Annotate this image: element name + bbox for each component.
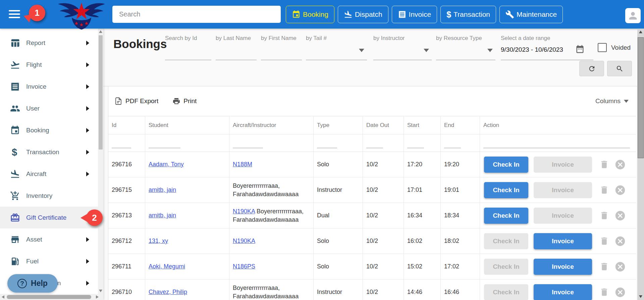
delete-icon[interactable] [599, 236, 609, 246]
column-header-student[interactable]: Student [145, 116, 229, 134]
sidebar-horizontal-scrollbar[interactable] [0, 294, 103, 300]
sidebar-item-report[interactable]: Report [0, 32, 98, 54]
search-button[interactable] [607, 61, 632, 76]
scroll-right-icon[interactable] [96, 295, 99, 299]
voided-checkbox[interactable] [598, 43, 607, 52]
column-filter-cell[interactable] [108, 134, 145, 152]
sidebar-item-user[interactable]: User [0, 97, 98, 119]
dropdown-caret-icon[interactable] [359, 49, 364, 52]
column-header-id[interactable]: Id [108, 116, 145, 134]
aircraft-link[interactable]: N190KA [233, 208, 255, 215]
invoice-button[interactable]: Invoice [534, 233, 592, 249]
nav-maintenance-button[interactable]: Maintenance [499, 6, 563, 23]
filter-input[interactable] [165, 49, 211, 59]
delete-icon[interactable] [599, 160, 609, 169]
cancel-icon[interactable] [614, 184, 626, 196]
student-link[interactable]: amitb, jain [149, 211, 176, 220]
column-header-aircraft-instructor[interactable]: Aircraft/Instructor [229, 116, 314, 134]
page-scrollbar-thumb[interactable] [638, 37, 644, 158]
scroll-down-icon[interactable] [639, 295, 642, 298]
filter-by-instructor[interactable]: by Instructor [373, 35, 432, 60]
column-header-end[interactable]: End [441, 116, 480, 134]
column-filter-cell[interactable] [480, 134, 636, 152]
student-link[interactable]: Aadam, Tony [149, 160, 184, 169]
aircraft-link[interactable]: N188M [233, 161, 252, 168]
nav-dispatch-button[interactable]: Dispatch [338, 6, 388, 23]
sidebar-vertical-scrollbar[interactable] [98, 29, 103, 294]
sidebar-item-aircraft[interactable]: Aircraft [0, 163, 98, 185]
columns-dropdown[interactable]: Columns [595, 97, 629, 105]
sidebar-item-transaction[interactable]: $Transaction [0, 141, 98, 163]
invoice-button[interactable]: Invoice [534, 157, 592, 173]
filter-by-last-name[interactable]: by Last Name [216, 35, 257, 60]
invoice-button[interactable]: Invoice [534, 259, 592, 275]
cancel-icon[interactable] [614, 159, 626, 170]
dropdown-caret-icon[interactable] [487, 49, 493, 52]
filter-by-resource-type[interactable]: by Resource Type [436, 35, 495, 60]
cancel-icon[interactable] [614, 287, 626, 298]
scroll-left-icon[interactable] [2, 295, 4, 299]
check-in-button[interactable]: Check In [484, 182, 528, 198]
filter-input[interactable] [216, 49, 257, 59]
filter-by-first-name[interactable]: by First Name [261, 35, 302, 60]
invoice-button[interactable]: Invoice [534, 182, 592, 198]
student-link[interactable]: Aoki, Megumi [149, 262, 185, 271]
column-filter-cell[interactable] [145, 134, 229, 152]
column-filter-cell[interactable] [404, 134, 441, 152]
student-link[interactable]: amitb, jain [149, 186, 176, 194]
check-in-button[interactable]: Check In [484, 259, 528, 275]
print-button[interactable]: Print [172, 97, 197, 105]
filter-search-by-id[interactable]: Search by Id [165, 35, 211, 60]
scroll-up-icon[interactable] [639, 31, 642, 33]
sidebar-item-booking[interactable]: Booking [0, 119, 98, 141]
page-vertical-scrollbar[interactable] [637, 29, 644, 300]
calendar-icon[interactable] [575, 44, 585, 54]
student-link[interactable]: Chavez, Philip [149, 288, 187, 296]
cancel-icon[interactable] [614, 235, 626, 247]
scroll-up-icon[interactable] [99, 30, 102, 33]
global-search-input[interactable] [112, 6, 281, 23]
nav-invoice-button[interactable]: Invoice [392, 6, 437, 23]
cancel-icon[interactable] [614, 261, 626, 272]
delete-icon[interactable] [599, 185, 609, 195]
invoice-button[interactable]: Invoice [534, 284, 592, 300]
delete-icon[interactable] [599, 262, 609, 271]
column-filter-cell[interactable] [441, 134, 480, 152]
column-header-date-out[interactable]: Date Out [363, 116, 404, 134]
dropdown-caret-icon[interactable] [424, 49, 429, 52]
date-range-field[interactable]: Select a date range 9/30/2023 - 10/6/202… [501, 35, 593, 60]
sidebar-scrollbar-thumb[interactable] [99, 35, 103, 149]
sidebar-item-gift-certificate[interactable]: Gift Certificate2 [0, 207, 98, 228]
column-header-start[interactable]: Start [404, 116, 441, 134]
check-in-button[interactable]: Check In [484, 233, 528, 249]
column-filter-cell[interactable] [363, 134, 404, 152]
check-in-button[interactable]: Check In [484, 208, 528, 224]
delete-icon[interactable] [599, 287, 609, 297]
filter-by-tail-[interactable]: by Tail # [306, 35, 367, 60]
hamburger-menu-icon[interactable] [9, 10, 20, 19]
column-filter-cell[interactable] [314, 134, 363, 152]
aircraft-link[interactable]: N186PS [233, 263, 255, 270]
sidebar-item-asset[interactable]: Asset [0, 228, 98, 250]
cancel-icon[interactable] [614, 210, 626, 221]
sidebar-item-fuel[interactable]: Fuel [0, 250, 98, 272]
column-header-type[interactable]: Type [314, 116, 363, 134]
sidebar-item-flight[interactable]: Flight [0, 54, 98, 76]
nav-booking-button[interactable]: Booking [286, 6, 334, 23]
column-header-action[interactable]: Action [480, 116, 636, 134]
student-link[interactable]: 131, xy [149, 237, 168, 245]
aircraft-link[interactable]: N190KA [233, 238, 255, 244]
help-button[interactable]: ? Help [7, 274, 58, 293]
invoice-button[interactable]: Invoice [534, 208, 592, 224]
filter-input[interactable] [261, 49, 302, 59]
check-in-button[interactable]: Check In [484, 157, 528, 173]
user-avatar[interactable] [625, 8, 641, 23]
nav-transaction-button[interactable]: $Transaction [440, 6, 496, 23]
sidebar-hscrollbar-thumb[interactable] [7, 295, 91, 299]
delete-icon[interactable] [599, 211, 609, 220]
sidebar-item-inventory[interactable]: Inventory [0, 185, 98, 207]
sidebar-item-invoice[interactable]: Invoice [0, 76, 98, 97]
refresh-button[interactable] [579, 61, 604, 76]
pdf-export-button[interactable]: PDF Export [114, 97, 158, 105]
check-in-button[interactable]: Check In [484, 284, 528, 300]
